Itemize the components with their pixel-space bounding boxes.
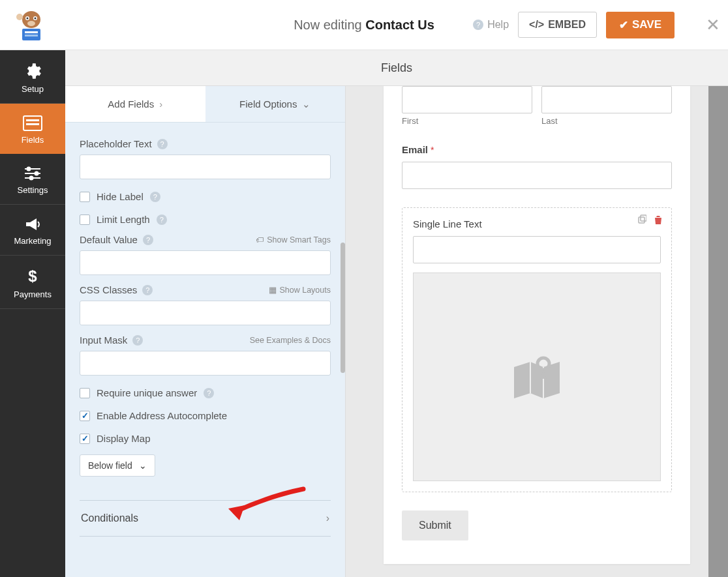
scrollbar-thumb[interactable] [341,243,345,373]
option-hide-label[interactable]: Hide Label ? [80,191,331,202]
first-name-input[interactable] [402,86,532,113]
nav-item-marketing[interactable]: Marketing [0,205,65,256]
conditionals-section-toggle[interactable]: Conditionals › [80,501,331,536]
submit-button[interactable]: Submit [402,510,468,540]
tab-add-fields[interactable]: Add Fields › [65,86,205,122]
svg-point-17 [35,172,38,175]
nav-item-setup[interactable]: Setup [0,50,65,104]
tab-field-options[interactable]: Field Options ⌄ [205,86,346,122]
preview-canvas: First Last Email * [384,86,690,564]
help-icon[interactable]: ? [204,388,214,398]
nav-item-payments[interactable]: $ Payments [0,256,65,309]
form-name: Contact Us [365,18,434,32]
option-input-mask: Input Mask ? See Examples & Docs [80,334,331,376]
field-panel: Add Fields › Field Options ⌄ Placeholder… [65,86,346,577]
svg-rect-8 [25,35,38,37]
option-placeholder-text: Placeholder Text ? [80,138,331,179]
section-title: Fields [381,61,412,75]
svg-point-16 [27,168,31,171]
map-placeholder [413,273,661,481]
gear-icon [0,62,65,80]
panel-scrollbar[interactable] [340,86,345,577]
help-icon[interactable]: ? [143,235,153,245]
svg-rect-11 [26,119,39,121]
nav-label: Payments [0,289,65,299]
default-value-input[interactable] [80,250,331,275]
field-actions [636,215,663,227]
save-button[interactable]: ✔ SAVE [606,12,675,38]
option-label: Placeholder Text [80,138,152,149]
delete-field-button[interactable] [653,215,663,227]
tab-label: Add Fields [108,98,154,110]
input-mask-docs-link[interactable]: See Examples & Docs [250,336,331,345]
svg-point-4 [35,18,37,20]
nav-item-fields[interactable]: Fields [0,104,65,154]
css-classes-input[interactable] [80,301,331,325]
help-icon[interactable]: ? [157,139,168,149]
nav-label: Marketing [0,236,65,246]
option-label: Require unique answer [97,387,197,398]
checkbox[interactable] [80,215,90,225]
option-label: Input Mask [80,334,127,346]
selected-field-block[interactable]: Single Line Text [402,207,672,492]
svg-text:$: $ [28,267,37,285]
email-field: Email * [402,144,672,189]
panel-tabs: Add Fields › Field Options ⌄ [65,86,345,123]
editing-title: Now editing Contact Us [294,18,434,33]
option-limit-length[interactable]: Limit Length ? [80,214,331,225]
embed-button[interactable]: </> EMBED [518,12,597,38]
show-layouts-link[interactable]: ▦ Show Layouts [269,285,331,295]
last-name-input[interactable] [541,86,672,113]
panel-body: Placeholder Text ? Hide Label ? Limit Le… [65,123,345,577]
workspace: Fields Add Fields › Field Options ⌄ [65,50,728,577]
sublabel-last: Last [541,116,672,126]
required-indicator: * [428,145,434,155]
nav-label: Settings [0,185,65,195]
help-link[interactable]: ? Help [473,19,509,31]
help-icon[interactable]: ? [150,192,160,202]
option-label: Limit Length [97,214,150,225]
sliders-icon [0,166,65,181]
email-input[interactable] [402,162,672,189]
placeholder-text-input[interactable] [80,155,331,179]
nav-label: Setup [0,84,65,94]
option-label: Hide Label [97,191,144,202]
close-builder-button[interactable]: ✕ [706,15,720,35]
option-label: Display Map [97,433,151,444]
embed-label: EMBED [548,19,586,31]
option-default-value: Default Value ? 🏷 Show Smart Tags [80,234,331,275]
checkbox[interactable] [80,434,90,444]
nav-item-settings[interactable]: Settings [0,154,65,205]
save-label: SAVE [632,18,661,31]
single-line-text-input[interactable] [413,236,661,263]
svg-rect-21 [641,215,646,221]
option-require-unique[interactable]: Require unique answer ? [80,387,331,398]
svg-rect-20 [639,217,645,223]
select-value: Below field [88,460,132,471]
check-icon: ✔ [619,18,628,32]
duplicate-field-button[interactable] [636,215,646,227]
dollar-icon: $ [0,267,65,286]
map-icon [508,348,566,406]
help-icon[interactable]: ? [132,335,143,346]
option-enable-autocomplete[interactable]: Enable Address Autocomplete [80,410,331,421]
show-smart-tags-link[interactable]: 🏷 Show Smart Tags [256,235,331,244]
section-header: Fields [65,50,728,86]
map-position-select[interactable]: Below field ⌄ [80,454,155,477]
name-field: First Last [402,86,672,126]
help-icon[interactable]: ? [142,285,153,295]
app-logo [12,8,51,42]
top-right-actions: ? Help </> EMBED ✔ SAVE ✕ [473,12,716,38]
editing-prefix: Now editing [294,18,365,32]
top-bar: Now editing Contact Us ? Help </> EMBED … [0,0,728,50]
svg-point-5 [27,21,35,26]
checkbox[interactable] [80,411,90,421]
option-label: CSS Classes [80,284,137,295]
help-icon[interactable]: ? [157,215,167,225]
checkbox[interactable] [80,192,90,202]
option-display-map[interactable]: Display Map [80,433,331,444]
input-mask-input[interactable] [80,351,331,376]
svg-point-18 [30,177,33,180]
checkbox[interactable] [80,388,90,398]
left-nav: Setup Fields Settings Marketing $ Paymen… [0,50,65,577]
